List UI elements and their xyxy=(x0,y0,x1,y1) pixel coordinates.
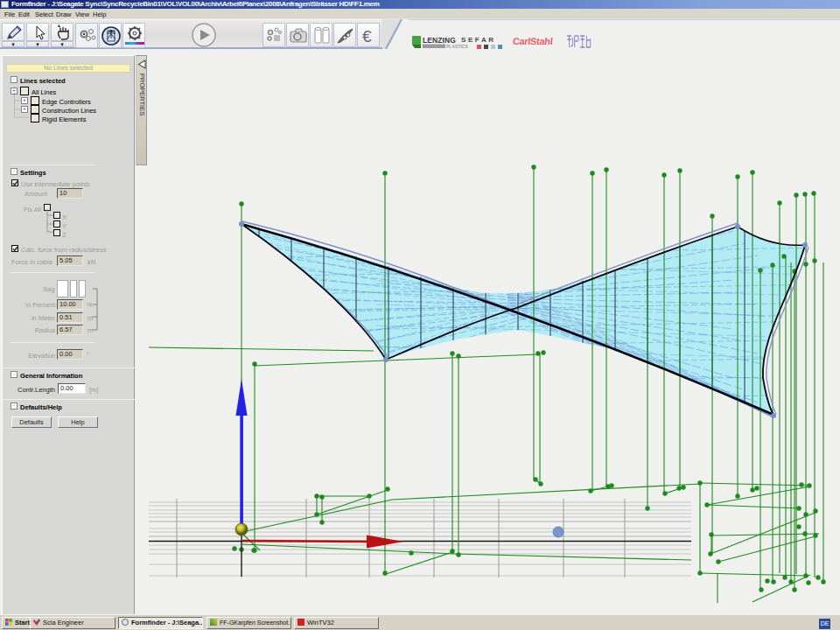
svg-text:SEFAR: SEFAR xyxy=(461,36,496,44)
svg-text:CarlStahl: CarlStahl xyxy=(512,37,553,47)
svg-text:PLASTICS: PLASTICS xyxy=(446,44,468,49)
svg-text:€: € xyxy=(362,27,372,46)
